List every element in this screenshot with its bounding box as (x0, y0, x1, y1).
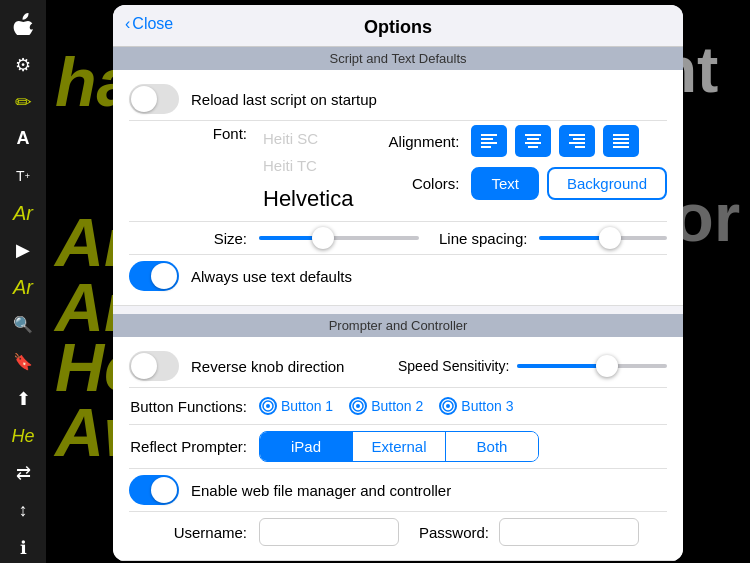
toggle-knob4 (151, 477, 177, 503)
svg-rect-9 (573, 138, 585, 140)
colors-label: Colors: (381, 175, 471, 192)
font-label: Font: (129, 125, 259, 142)
apple-icon (7, 8, 39, 39)
section-gap (113, 306, 683, 314)
password-input[interactable] (499, 518, 639, 546)
button2-func[interactable]: Button 2 (349, 397, 423, 415)
svg-rect-5 (527, 138, 539, 140)
svg-point-17 (266, 404, 270, 408)
swap-icon[interactable]: ⇄ (7, 458, 39, 489)
text-defaults-toggle[interactable] (129, 261, 179, 291)
text-defaults-label: Always use text defaults (191, 268, 352, 285)
font-item-2: Heiti TC (263, 152, 371, 179)
script3-icon[interactable]: He (7, 421, 39, 452)
button-functions-row: Button Functions: Button 1 Button 2 (129, 388, 667, 424)
svg-rect-12 (613, 134, 629, 136)
align-justify-btn[interactable] (603, 125, 639, 157)
button-functions-container: Button 1 Button 2 Button 3 (259, 397, 513, 415)
section-body-1: Reload last script on startup Font: Heit… (113, 70, 683, 306)
close-label: Close (132, 15, 173, 33)
reverse-knob-label: Reverse knob direction (191, 358, 344, 375)
reload-toggle[interactable] (129, 84, 179, 114)
webmanager-label: Enable web file manager and controller (191, 482, 451, 499)
username-label: Username: (129, 524, 259, 541)
speed-slider[interactable] (517, 356, 667, 376)
bookmark-icon[interactable]: 🔖 (7, 346, 39, 377)
text-defaults-row: Always use text defaults (129, 255, 667, 297)
toggle-knob2 (151, 263, 177, 289)
segment-both[interactable]: Both (446, 432, 538, 461)
font-row: Font: Heiti SC Heiti TC Helvetica Helvet… (129, 121, 667, 221)
align-right-btn[interactable] (559, 125, 595, 157)
play-circle-icon[interactable]: ▶ (7, 235, 39, 266)
align-center-btn[interactable] (515, 125, 551, 157)
svg-rect-11 (575, 146, 585, 148)
svg-rect-7 (528, 146, 538, 148)
toggle-knob (131, 86, 157, 112)
close-button[interactable]: ‹ Close (125, 15, 173, 33)
svg-rect-2 (481, 142, 497, 144)
svg-rect-3 (481, 146, 491, 148)
font-picker[interactable]: Heiti SC Heiti TC Helvetica Helvetica Ne… (259, 125, 371, 215)
svg-rect-13 (613, 138, 629, 140)
toggle-knob3 (131, 353, 157, 379)
line-spacing-slider[interactable] (539, 228, 667, 248)
line-spacing-label: Line spacing: (439, 230, 539, 247)
script-icon[interactable]: Ar (7, 198, 39, 229)
color-buttons: Text Background (471, 167, 667, 200)
align-buttons (471, 125, 639, 157)
button1-icon (259, 397, 277, 415)
reflect-row: Reflect Prompter: iPad External Both (129, 425, 667, 468)
search-icon[interactable]: 🔍 (7, 309, 39, 340)
sidebar: ⚙ ✏ A T+ Ar ▶ Ar 🔍 🔖 ⬆ He ⇄ ↕ ℹ (0, 0, 46, 563)
size-linespacing-row: Size: Line spacing: (129, 222, 667, 254)
button1-func[interactable]: Button 1 (259, 397, 333, 415)
script2-icon[interactable]: Ar (7, 272, 39, 303)
reverse-knob-toggle[interactable] (129, 351, 179, 381)
sort-icon[interactable]: ↕ (7, 495, 39, 526)
button3-func[interactable]: Button 3 (439, 397, 513, 415)
webmanager-toggle[interactable] (129, 475, 179, 505)
section-body-2: Reverse knob direction Speed Sensitivity… (113, 337, 683, 561)
button3-label: Button 3 (461, 398, 513, 414)
reload-row: Reload last script on startup (129, 78, 667, 120)
font-item-1: Heiti SC (263, 125, 371, 152)
options-panel: ‹ Close Options Script and Text Defaults… (113, 5, 683, 561)
alignment-row: Alignment: (381, 125, 667, 157)
info-icon[interactable]: ℹ (7, 532, 39, 563)
pencil-icon[interactable]: ✏ (7, 86, 39, 117)
svg-rect-4 (525, 134, 541, 136)
webmanager-row: Enable web file manager and controller (129, 469, 667, 511)
button1-label: Button 1 (281, 398, 333, 414)
size-slider[interactable] (259, 228, 419, 248)
text-A-icon[interactable]: A (7, 123, 39, 154)
right-col: Alignment: (371, 125, 667, 200)
gear-icon[interactable]: ⚙ (7, 49, 39, 80)
credentials-row: Username: Password: (129, 512, 667, 552)
segment-ipad[interactable]: iPad (260, 432, 353, 461)
section-header-1: Script and Text Defaults (113, 47, 683, 70)
upload-icon[interactable]: ⬆ (7, 383, 39, 414)
speed-container: Speed Sensitivity: (398, 356, 667, 376)
align-left-btn[interactable] (471, 125, 507, 157)
reverse-speed-row: Reverse knob direction Speed Sensitivity… (129, 345, 667, 387)
options-title: Options (129, 17, 667, 38)
section-header-2: Prompter and Controller (113, 314, 683, 337)
password-label: Password: (419, 524, 499, 541)
segment-external[interactable]: External (353, 432, 446, 461)
chevron-left-icon: ‹ (125, 15, 130, 33)
svg-point-21 (446, 404, 450, 408)
size-label: Size: (129, 230, 259, 247)
reload-label: Reload last script on startup (191, 91, 377, 108)
username-input[interactable] (259, 518, 399, 546)
background-color-btn[interactable]: Background (547, 167, 667, 200)
modal-overlay: ‹ Close Options Script and Text Defaults… (46, 0, 750, 563)
reflect-label: Reflect Prompter: (129, 438, 259, 455)
line-spacing-container: Line spacing: (439, 228, 667, 248)
reflect-segment: iPad External Both (259, 431, 539, 462)
alignment-label: Alignment: (381, 133, 471, 150)
text-color-btn[interactable]: Text (471, 167, 539, 200)
svg-rect-10 (569, 142, 585, 144)
text-plus-icon[interactable]: T+ (7, 161, 39, 192)
colors-row: Colors: Text Background (381, 167, 667, 200)
